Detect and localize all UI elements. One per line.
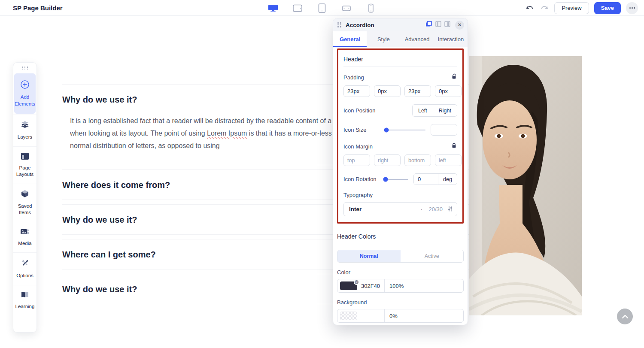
font-size-value: 20/30	[428, 206, 443, 212]
lock-closed-icon[interactable]	[451, 142, 457, 151]
sidebar-item-label: Options	[16, 272, 33, 279]
close-icon[interactable]: ✕	[455, 21, 464, 30]
accordion-content: It is a long established fact that a rea…	[62, 114, 353, 165]
image-icon	[20, 228, 30, 237]
sidebar-item-label: Media	[18, 240, 31, 247]
icon-rotation-input[interactable]	[414, 174, 438, 185]
panel-drag-handle-icon[interactable]	[337, 22, 341, 27]
panel-tabs: General Style Advanced Interaction	[333, 31, 468, 47]
save-button[interactable]: Save	[594, 2, 621, 14]
preview-button[interactable]: Preview	[554, 2, 589, 14]
color-swatch[interactable]: ✕	[340, 281, 357, 290]
color-picker-cell[interactable]: ✕ 302F40	[337, 279, 385, 292]
sidebar-item-learning[interactable]: Learning	[13, 285, 36, 316]
typography-row: Typography	[343, 192, 457, 198]
section-title: Header Colors	[337, 230, 464, 244]
sliders-icon[interactable]	[448, 206, 453, 213]
clear-color-icon[interactable]: ✕	[354, 279, 359, 285]
state-normal[interactable]: Normal	[337, 250, 401, 262]
padding-right-input[interactable]	[374, 85, 401, 97]
undo-icon[interactable]	[525, 3, 535, 13]
color-control: ✕ 302F40 100%	[337, 279, 464, 293]
top-bar: SP Page Builder Preview Save	[0, 0, 644, 16]
background-control: 0%	[337, 309, 464, 323]
icon-rotation-label: Icon Rotation	[343, 176, 385, 182]
slider-thumb[interactable]	[384, 127, 389, 132]
color-opacity-value[interactable]: 100%	[385, 283, 463, 289]
section-title: Header	[343, 52, 457, 67]
header-settings-group: Header Padding Icon Position Left Right	[337, 48, 464, 224]
dock-right-icon[interactable]	[444, 21, 450, 29]
background-label-row: Background	[337, 299, 464, 306]
app-title: SP Page Builder	[13, 0, 63, 16]
padding-row: Padding	[343, 73, 457, 82]
margin-bottom-input[interactable]	[404, 154, 431, 166]
margin-top-input[interactable]	[343, 154, 370, 166]
padding-left-input[interactable]	[435, 85, 462, 97]
tablet-portrait-icon[interactable]	[317, 3, 327, 13]
typography-control[interactable]: Inter · 20/30	[343, 202, 457, 216]
tab-style[interactable]: Style	[367, 31, 400, 47]
icon-size-slider[interactable]	[385, 130, 425, 130]
icon-position-switch: Left Right	[412, 104, 457, 117]
color-label-row: Color	[337, 269, 464, 275]
sidebar-item-label: Learning	[15, 303, 35, 310]
float-panel-icon[interactable]	[425, 21, 432, 29]
settings-panel: Accordion ✕ General Style Advanced Inter…	[333, 18, 468, 325]
sidebar-item-page-layouts[interactable]: Page Layouts	[13, 146, 36, 184]
builder-sidebar: Add Elements Layers Page Layouts Saved I…	[13, 62, 37, 333]
more-options-button[interactable]	[626, 2, 638, 14]
sidebar-item-saved-items[interactable]: Saved Items	[13, 184, 36, 222]
icon-size-row: Icon Size	[343, 124, 457, 136]
sidebar-item-label: Saved Items	[14, 203, 36, 216]
background-picker-cell[interactable]	[337, 309, 385, 322]
typography-label: Typography	[343, 192, 373, 198]
padding-top-input[interactable]	[343, 85, 370, 97]
color-label: Color	[337, 269, 350, 275]
background-swatch[interactable]	[340, 312, 357, 320]
phone-landscape-icon[interactable]	[341, 3, 352, 13]
dock-left-icon[interactable]	[435, 21, 441, 29]
sidebar-item-label: Page Layouts	[14, 165, 36, 178]
icon-size-input[interactable]	[431, 124, 457, 136]
sidebar-item-layers[interactable]: Layers	[13, 115, 36, 146]
icon-position-left-button[interactable]: Left	[413, 105, 433, 116]
margin-right-input[interactable]	[374, 154, 401, 166]
scroll-to-top-button[interactable]	[617, 309, 633, 324]
misspelled-word: Lorem Ipsum	[207, 130, 247, 137]
sidebar-item-label: Layers	[18, 134, 33, 141]
sidebar-item-media[interactable]: Media	[13, 222, 36, 253]
redo-icon[interactable]	[540, 3, 549, 13]
icon-margin-row: Icon Margin	[343, 142, 457, 151]
padding-inputs	[343, 85, 457, 97]
book-icon	[20, 291, 30, 300]
desktop-icon[interactable]	[268, 3, 278, 13]
icon-position-right-button[interactable]: Right	[433, 105, 457, 116]
sidebar-item-add-elements[interactable]: Add Elements	[14, 73, 36, 114]
topbar-actions: Preview Save	[525, 0, 638, 16]
cube-icon	[21, 190, 29, 200]
lock-open-icon[interactable]	[451, 73, 457, 82]
icon-rotation-field: deg	[413, 173, 457, 185]
sidebar-item-options[interactable]: Options	[13, 252, 36, 285]
tab-general[interactable]: General	[333, 31, 367, 47]
margin-left-input[interactable]	[435, 154, 462, 166]
icon-rotation-slider[interactable]	[385, 179, 408, 180]
tab-advanced[interactable]: Advanced	[401, 31, 434, 47]
phone-portrait-icon[interactable]	[366, 3, 376, 13]
panel-header: Accordion ✕	[333, 18, 468, 31]
plus-circle-icon	[20, 80, 30, 91]
padding-bottom-input[interactable]	[404, 85, 431, 97]
icon-position-label: Icon Position	[343, 107, 385, 114]
state-active[interactable]: Active	[401, 250, 464, 262]
panel-title: Accordion	[346, 22, 425, 28]
sidebar-drag-handle-icon[interactable]	[13, 63, 36, 73]
slider-thumb[interactable]	[383, 177, 388, 182]
tablet-landscape-icon[interactable]	[292, 3, 303, 13]
tools-icon	[20, 258, 30, 269]
font-name: Inter	[349, 206, 420, 212]
layers-icon	[20, 121, 30, 131]
tab-interaction[interactable]: Interaction	[434, 31, 468, 47]
sidebar-item-label: Add Elements	[15, 94, 35, 107]
background-opacity-value[interactable]: 0%	[385, 313, 463, 319]
